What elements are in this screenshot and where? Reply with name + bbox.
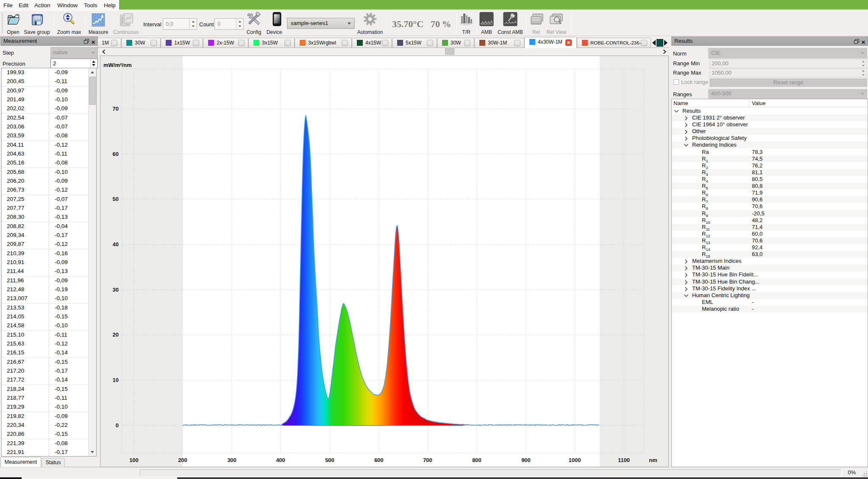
svg-text:400: 400 <box>276 457 285 463</box>
svg-text:1000: 1000 <box>569 457 581 463</box>
svg-text:500: 500 <box>325 457 334 463</box>
svg-text:40: 40 <box>113 241 119 248</box>
svg-text:mW/m²/nm: mW/m²/nm <box>103 62 131 68</box>
svg-text:800: 800 <box>472 457 481 463</box>
svg-text:300: 300 <box>227 457 236 463</box>
svg-text:20: 20 <box>113 331 119 338</box>
svg-text:600: 600 <box>374 457 384 463</box>
svg-text:70: 70 <box>113 106 119 112</box>
svg-text:50: 50 <box>113 196 119 202</box>
svg-text:1100: 1100 <box>618 457 630 463</box>
svg-text:700: 700 <box>423 457 432 463</box>
svg-text:30: 30 <box>113 287 119 293</box>
svg-text:10: 10 <box>113 377 119 383</box>
svg-text:nm: nm <box>649 457 657 463</box>
svg-text:0: 0 <box>116 422 119 429</box>
svg-text:60: 60 <box>113 151 119 157</box>
svg-text:900: 900 <box>521 457 531 463</box>
svg-text:100: 100 <box>129 457 139 463</box>
svg-text:200: 200 <box>178 457 187 463</box>
